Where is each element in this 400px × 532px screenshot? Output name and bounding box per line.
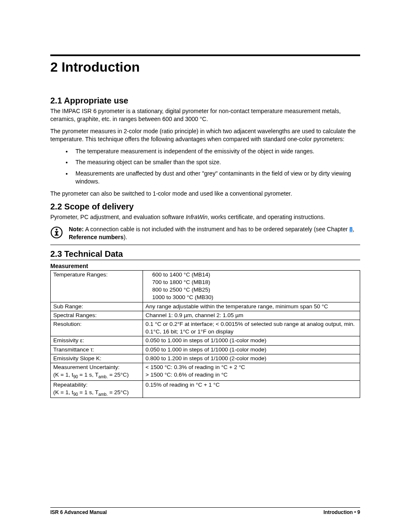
body-text: The pyrometer measures in 2-color mode (… xyxy=(50,127,360,143)
table-row: Measurement Uncertainty: (K = 1, t90 = 1… xyxy=(51,363,360,380)
table-cell-value: 600 to 1400 °C (MB14) 700 to 1800 °C (MB… xyxy=(143,270,360,302)
info-icon xyxy=(50,226,63,239)
table-row: Spectral Ranges: Channel 1: 0.9 µm, chan… xyxy=(51,311,360,320)
chapter-8-link[interactable]: 8 xyxy=(349,226,353,232)
svg-point-1 xyxy=(56,229,57,230)
list-item: Measurements are unaffected by dust and … xyxy=(72,170,360,186)
table-row: Resolution: 0.1 °C or 0.2°F at interface… xyxy=(51,320,360,336)
body-text: Pyrometer, PC adjustment, and evaluation… xyxy=(50,213,360,221)
list-item: The measuring object can be smaller than… xyxy=(72,158,360,166)
table-cell-label: Emissivity ε: xyxy=(51,336,143,345)
subsection-heading: Measurement xyxy=(50,263,360,269)
table-cell-label: Resolution: xyxy=(51,320,143,336)
table-cell-label: Measurement Uncertainty: (K = 1, t90 = 1… xyxy=(51,363,143,380)
table-cell-label: Emissivity Slope K: xyxy=(51,354,143,363)
table-row: Emissivity ε: 0.050 to 1.000 in steps of… xyxy=(51,336,360,345)
table-cell-value: Any range adjustable within the temperat… xyxy=(143,302,360,311)
table-cell-label: Transmittance τ: xyxy=(51,345,143,354)
section-2-2-heading: 2.2 Scope of delivery xyxy=(50,202,360,212)
table-row: Sub Range: Any range adjustable within t… xyxy=(51,302,360,311)
list-item: The temperature measurement is independe… xyxy=(72,147,360,155)
note-text: Note: A connection cable is not included… xyxy=(69,225,360,241)
table-cell-label: Repeatability: (K = 1, t90 = 1 s, Tamb. … xyxy=(51,380,143,398)
svg-rect-4 xyxy=(55,235,59,236)
table-cell-value: 0.15% of reading in °C + 1 °C xyxy=(143,380,360,398)
bullet-list: The temperature measurement is independe… xyxy=(50,147,360,186)
table-cell-label: Sub Range: xyxy=(51,302,143,311)
table-cell-label: Temperature Ranges: xyxy=(51,270,143,302)
table-cell-label: Spectral Ranges: xyxy=(51,311,143,320)
body-text: The IMPAC ISR 6 pyrometer is a stationar… xyxy=(50,107,360,123)
table-cell-value: 0.050 to 1.000 in steps of 1/1000 (1-col… xyxy=(143,336,360,345)
table-row: Transmittance τ: 0.050 to 1.000 in steps… xyxy=(51,345,360,354)
body-text: The pyrometer can also be switched to 1-… xyxy=(50,190,360,198)
table-cell-value: 0.1 °C or 0.2°F at interface; < 0.0015% … xyxy=(143,320,360,336)
table-row: Repeatability: (K = 1, t90 = 1 s, Tamb. … xyxy=(51,380,360,398)
section-2-3-heading: 2.3 Technical Data xyxy=(50,249,360,260)
table-cell-value: < 1500 °C: 0.3% of reading in °C + 2 °C … xyxy=(143,363,360,380)
table-cell-value: 0.800 to 1.200 in steps of 1/1000 (2-col… xyxy=(143,354,360,363)
technical-data-table: Temperature Ranges: 600 to 1400 °C (MB14… xyxy=(50,270,360,398)
table-row: Temperature Ranges: 600 to 1400 °C (MB14… xyxy=(51,270,360,302)
section-2-1-heading: 2.1 Appropriate use xyxy=(50,96,360,106)
table-row: Emissivity Slope K: 0.800 to 1.200 in st… xyxy=(51,354,360,363)
table-cell-value: 0.050 to 1.000 in steps of 1/1000 (1-col… xyxy=(143,345,360,354)
chapter-title: 2 Introduction xyxy=(50,59,360,75)
note-block: Note: A connection cable is not included… xyxy=(50,225,360,245)
title-rule xyxy=(50,54,360,56)
table-cell-value: Channel 1: 0.9 µm, channel 2: 1.05 µm xyxy=(143,311,360,320)
